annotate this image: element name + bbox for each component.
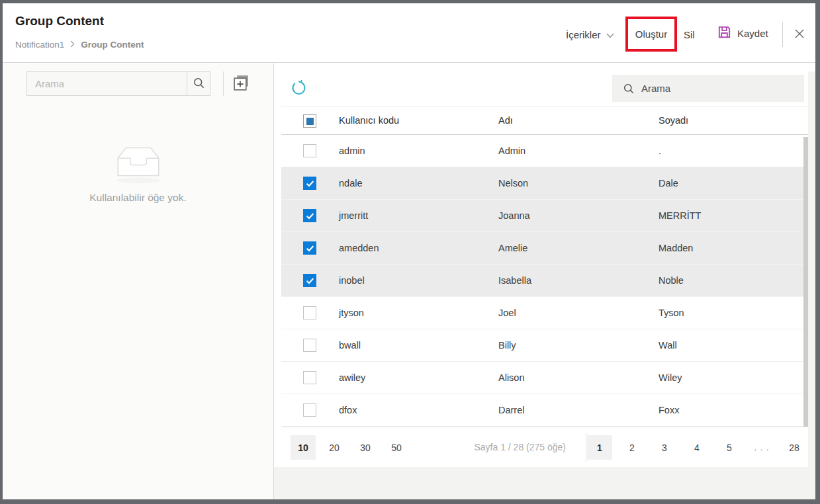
row-checkbox[interactable]: [303, 403, 316, 417]
indeterminate-mark: [306, 118, 314, 125]
table-row[interactable]: admin Admin .: [281, 135, 808, 167]
content-region: Kullanıcı kodu Adı Soyadı admin Admin . …: [274, 63, 815, 499]
table-row[interactable]: jtyson Joel Tyson: [281, 297, 808, 329]
page-number[interactable]: 5: [717, 435, 742, 460]
page-number[interactable]: 3: [652, 435, 677, 460]
left-search-input[interactable]: [27, 72, 187, 95]
cell-last-name: Tyson: [659, 297, 684, 329]
empty-state: Kullanılabilir öğe yok.: [3, 143, 273, 204]
header-bar: Group Content Notification1 Group Conten…: [3, 3, 815, 63]
app-window: Group Content Notification1 Group Conten…: [3, 3, 815, 499]
row-checkbox[interactable]: [303, 306, 316, 319]
cell-first-name: Admin: [498, 135, 525, 167]
close-icon: [794, 28, 805, 41]
page-size-option[interactable]: 10: [291, 435, 316, 460]
left-search-box: [26, 71, 210, 96]
pagination-status: Sayfa 1 / 28 (275 öğe): [474, 427, 566, 468]
cell-last-name: Dale: [659, 167, 678, 199]
table-row[interactable]: dfox Darrel Foxx: [281, 394, 808, 427]
delete-label: Sil: [684, 29, 695, 40]
cell-last-name: MERRİTT: [659, 200, 701, 231]
row-checkbox[interactable]: [303, 177, 316, 190]
page-number[interactable]: 2: [619, 435, 645, 460]
cell-first-name: Nelson: [498, 167, 528, 199]
column-header-user-code[interactable]: Kullanıcı kodu: [339, 106, 399, 135]
search-icon: [193, 77, 205, 91]
breadcrumb-current: Group Content: [81, 40, 144, 50]
cell-first-name: Isabella: [498, 265, 531, 296]
pagination-bar: 10 20 30 50 Sayfa 1 / 28 (275 öğe) 1 2 3…: [281, 427, 808, 467]
close-button[interactable]: [790, 25, 809, 44]
row-checkbox[interactable]: [303, 371, 316, 384]
refresh-button[interactable]: [287, 77, 310, 101]
table-row[interactable]: bwall Billy Wall: [281, 329, 808, 362]
empty-tray-icon: [113, 175, 164, 186]
page-number[interactable]: 1: [587, 435, 612, 460]
column-header-first-name[interactable]: Adı: [498, 106, 513, 135]
row-checkbox[interactable]: [303, 209, 316, 222]
vertical-scrollbar[interactable]: [803, 137, 808, 427]
list-toolbar: [281, 71, 808, 106]
cell-user-code: dfox: [339, 394, 357, 426]
left-toolbar-divider: [223, 71, 224, 96]
right-gutter: [808, 71, 815, 467]
cell-user-code: jmerritt: [339, 200, 368, 231]
page-number-group: 1 2 3 4 5 . . . 28: [587, 435, 807, 460]
delete-button[interactable]: Sil: [684, 25, 695, 44]
breadcrumb-parent[interactable]: Notification1: [15, 40, 64, 50]
cell-last-name: Wall: [659, 329, 677, 361]
cell-last-name: .: [659, 135, 661, 167]
create-button[interactable]: Oluştur: [625, 17, 677, 52]
chevron-down-icon: [606, 29, 614, 40]
pagination-divider: [586, 433, 586, 462]
cell-first-name: Darrel: [498, 394, 524, 426]
table-row[interactable]: ndale Nelson Dale: [281, 167, 808, 200]
cell-first-name: Amelie: [498, 232, 527, 264]
select-all-checkbox[interactable]: [303, 114, 316, 128]
bottom-spacer: [274, 467, 815, 499]
toolbar-divider: [782, 22, 783, 47]
cell-first-name: Joel: [498, 297, 516, 329]
list-search-box: [612, 75, 804, 102]
page-size-option[interactable]: 30: [353, 435, 378, 460]
cell-last-name: Noble: [659, 265, 684, 296]
add-panel-button[interactable]: [231, 73, 251, 93]
cell-first-name: Billy: [498, 329, 516, 361]
page-size-group: 10 20 30 50: [291, 435, 409, 460]
left-search-button[interactable]: [187, 72, 210, 95]
table-row[interactable]: awiley Alison Wiley: [281, 362, 808, 394]
page-number[interactable]: 4: [684, 435, 709, 460]
row-checkbox[interactable]: [303, 274, 316, 287]
table-row[interactable]: inobel Isabella Noble: [281, 265, 808, 297]
save-floppy-icon: [717, 24, 732, 42]
cell-first-name: Alison: [498, 362, 525, 394]
column-header-last-name[interactable]: Soyadı: [659, 106, 688, 135]
cell-user-code: jtyson: [339, 297, 364, 329]
contents-label: İçerikler: [566, 29, 601, 40]
page-size-option[interactable]: 50: [384, 435, 409, 460]
cell-user-code: awiley: [339, 362, 365, 394]
contents-dropdown-button[interactable]: İçerikler: [566, 25, 614, 44]
create-label: Oluştur: [635, 28, 667, 40]
breadcrumb: Notification1 Group Content: [15, 40, 144, 50]
empty-state-message: Kullanılabilir öğe yok.: [3, 192, 273, 204]
user-list-card: Kullanıcı kodu Adı Soyadı admin Admin . …: [281, 71, 808, 467]
save-label: Kaydet: [737, 28, 768, 39]
table-row[interactable]: jmerritt Joanna MERRİTT: [281, 200, 808, 232]
cell-last-name: Wiley: [659, 362, 682, 394]
cell-user-code: ndale: [339, 167, 362, 199]
table-body: admin Admin . ndale Nelson Dale jmerritt…: [281, 135, 808, 427]
row-checkbox[interactable]: [303, 241, 316, 255]
table-header: Kullanıcı kodu Adı Soyadı: [281, 106, 808, 135]
page-size-option[interactable]: 20: [322, 435, 347, 460]
save-button[interactable]: Kaydet: [717, 24, 768, 42]
list-search-input[interactable]: [635, 83, 804, 94]
row-checkbox[interactable]: [303, 339, 316, 352]
row-checkbox[interactable]: [303, 144, 316, 157]
table-row[interactable]: amedden Amelie Madden: [281, 232, 808, 265]
breadcrumb-separator-icon: [70, 40, 75, 50]
cell-last-name: Foxx: [659, 394, 679, 426]
cell-last-name: Madden: [659, 232, 693, 264]
refresh-icon: [290, 89, 308, 99]
page-number[interactable]: 28: [782, 435, 807, 460]
